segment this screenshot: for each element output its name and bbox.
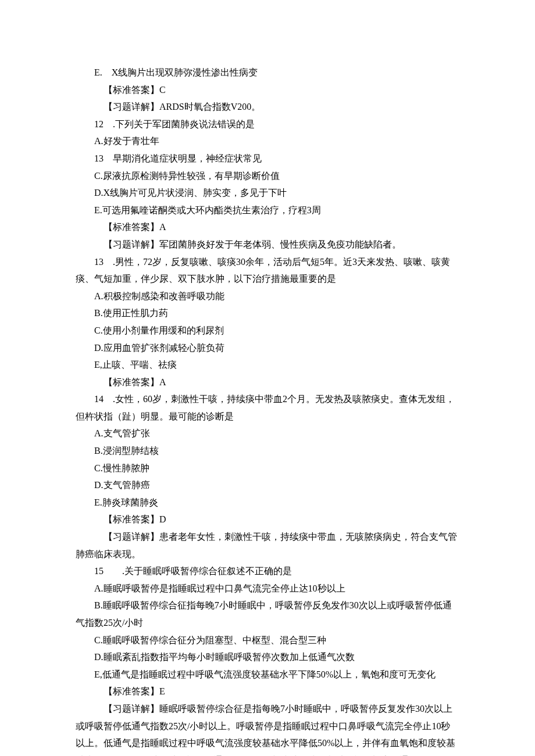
q12-option-d: D.X线胸片可见片状浸润、肺实变，多见于下叶 (76, 184, 459, 202)
q12-option-e: E.可选用氟喹诺酮类或大环内酯类抗生素治疗，疗程3周 (76, 202, 459, 219)
q13-stem: 13 .男性，72岁，反复咳嗽、咳痰30余年，活动后气短5年。近3天来发热、咳嗽… (76, 253, 459, 288)
q11-answer: 【标准答案】C (76, 81, 459, 99)
q14-stem: 14 .女性，60岁，刺激性干咳，持续痰中带血2个月。无发热及咳脓痰史。查体无发… (76, 390, 459, 425)
q11-explanation: 【习题详解】ARDS时氧合指数V200。 (76, 98, 459, 116)
q14-option-d: D.支气管肺癌 (76, 476, 459, 494)
q13-option-b: B.使用正性肌力药 (76, 304, 459, 322)
q13-option-d: D.应用血管扩张剂减轻心脏负荷 (76, 339, 459, 357)
q14-option-a: A.支气管扩张 (76, 425, 459, 442)
q14-answer: 【标准答案】D (76, 511, 459, 528)
document-page: E. X线胸片出现双肺弥漫性渗出性病变 【标准答案】C 【习题详解】ARDS时氧… (0, 0, 535, 756)
q12-explanation: 【习题详解】军团菌肺炎好发于年老体弱、慢性疾病及免疫功能缺陷者。 (76, 236, 459, 253)
q12-option-b: 13 早期消化道症状明显，神经症状常见 (76, 150, 459, 167)
q15-option-d: D.睡眠紊乱指数指平均每小时睡眠呼吸暂停次数加上低通气次数 (76, 648, 459, 666)
q13-option-a: A.积极控制感染和改善呼吸功能 (76, 288, 459, 305)
q13-option-e: E,止咳、平喘、祛痰 (76, 356, 459, 374)
q13-option-c: C.使用小剂量作用缓和的利尿剂 (76, 322, 459, 339)
q12-stem: 12 .下列关于军团菌肺炎说法错误的是 (76, 116, 459, 133)
q15-answer: 【标准答案】E (76, 683, 459, 700)
q15-option-b: B.睡眠呼吸暂停综合征指每晚7小时睡眠中，呼吸暂停反免发作30次以上或呼吸暂停低… (76, 597, 459, 631)
q14-option-e: E.肺炎球菌肺炎 (76, 494, 459, 511)
q12-answer: 【标准答案】A (76, 218, 459, 236)
q15-option-e: E,低通气是指睡眠过程中呼吸气流强度较基础水平下降50%以上，氧饱和度可无变化 (76, 666, 459, 683)
q15-option-c: C.睡眠呼吸暂停综合征分为阻塞型、中枢型、混合型三种 (76, 632, 459, 649)
q11-option-e: E. X线胸片出现双肺弥漫性渗出性病变 (76, 64, 459, 81)
q12-option-c: C.尿液抗原检测特异性较强，有早期诊断价值 (76, 167, 459, 185)
q13-answer: 【标准答案】A (76, 374, 459, 391)
q15-explanation: 【习题详解】睡眠呼吸暂停综合征是指每晚7小时睡眠中，呼吸暂停反复发作30次以上或… (76, 700, 459, 756)
q12-option-a: A.好发于青壮年 (76, 132, 459, 150)
q15-stem: 15 .关于睡眠呼吸暂停综合征叙述不正确的是 (76, 562, 459, 580)
q14-option-b: B.浸润型肺结核 (76, 442, 459, 460)
q14-option-c: C.慢性肺脓肿 (76, 460, 459, 477)
q15-option-a: A.睡眠呼吸暂停是指睡眠过程中口鼻气流完全停止达10秒以上 (76, 580, 459, 597)
q14-explanation: 【习题详解】患者老年女性，刺激性干咳，持续痰中带血，无咳脓痰病史，符合支气管肺癌… (76, 528, 459, 562)
